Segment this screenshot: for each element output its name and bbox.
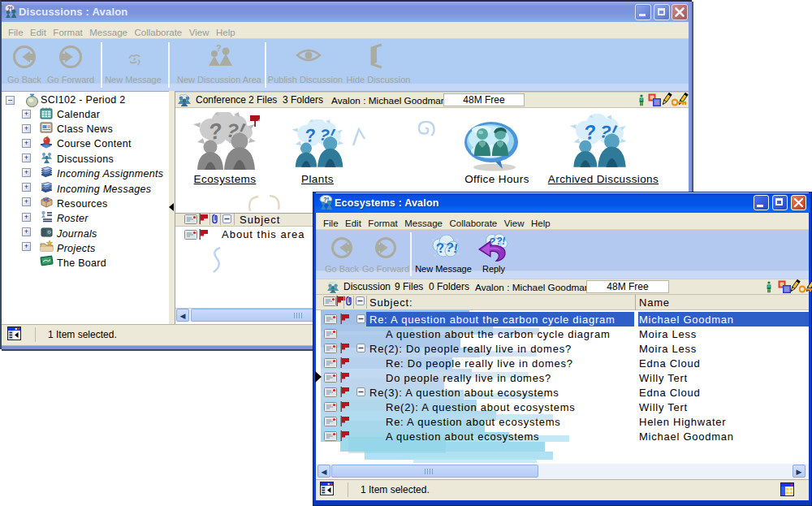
svg-text:?!: ?!: [496, 236, 505, 247]
svg-text:?: ?: [216, 43, 222, 53]
svg-text:?!: ?!: [445, 240, 460, 255]
